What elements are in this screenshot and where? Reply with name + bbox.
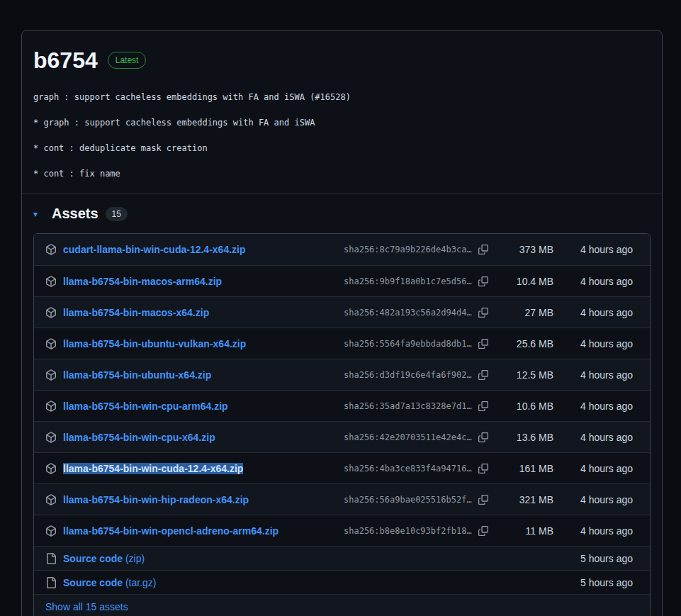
copy-hash-button[interactable] bbox=[478, 495, 488, 505]
copy-icon bbox=[478, 464, 488, 474]
asset-size: 25.6 MB bbox=[490, 338, 553, 349]
latest-badge: Latest bbox=[108, 52, 147, 69]
package-icon bbox=[45, 276, 57, 287]
asset-download-link[interactable]: llama-b6754-bin-win-cuda-12.4-x64.zip bbox=[63, 463, 243, 474]
copy-hash-button[interactable] bbox=[478, 276, 488, 286]
copy-icon bbox=[478, 370, 488, 380]
section-divider bbox=[22, 194, 662, 194]
package-icon bbox=[45, 338, 57, 349]
asset-size: 13.6 MB bbox=[490, 432, 553, 443]
asset-sha256-hash: sha256:8c79a9b226de4b3ca… bbox=[344, 245, 472, 254]
package-icon bbox=[45, 463, 57, 474]
release-notes: graph : support cacheless embeddings wit… bbox=[33, 91, 651, 180]
asset-row: llama-b6754-bin-ubuntu-x64.zip sha256:d3… bbox=[34, 359, 650, 390]
copy-hash-button[interactable] bbox=[478, 339, 488, 349]
copy-icon bbox=[478, 432, 488, 442]
asset-download-link[interactable]: llama-b6754-bin-macos-arm64.zip bbox=[63, 276, 222, 287]
source-code-label: Source code bbox=[63, 553, 123, 564]
assets-section-toggle[interactable]: ▾ Assets 15 bbox=[33, 206, 651, 222]
asset-sha256-hash: sha256:d3df19c6e4fa6f902… bbox=[344, 370, 472, 380]
asset-sha256-hash: sha256:42e20703511e42e4c… bbox=[344, 432, 472, 442]
asset-sha256-hash: sha256:9b9f18a0b1c7e5d56… bbox=[344, 276, 472, 286]
release-note-line: * graph : support cacheless embeddings w… bbox=[33, 117, 651, 129]
asset-row: llama-b6754-bin-win-hip-radeon-x64.zip s… bbox=[34, 483, 650, 515]
asset-size: 27 MB bbox=[490, 307, 553, 318]
release-title: b6754 bbox=[33, 47, 98, 73]
show-all-assets-link[interactable]: Show all 15 assets bbox=[45, 601, 355, 612]
asset-row: llama-b6754-bin-win-cpu-x64.zip sha256:4… bbox=[34, 421, 650, 452]
package-icon bbox=[45, 307, 57, 318]
package-icon bbox=[45, 401, 57, 412]
package-icon bbox=[45, 494, 57, 505]
source-code-row: Source code (zip) 5 hours ago bbox=[34, 546, 650, 570]
asset-timestamp: 4 hours ago bbox=[553, 432, 650, 443]
asset-size: 10.6 MB bbox=[490, 401, 553, 412]
asset-timestamp: 4 hours ago bbox=[553, 525, 650, 537]
asset-download-link[interactable]: llama-b6754-bin-win-cpu-arm64.zip bbox=[63, 401, 228, 412]
asset-row: llama-b6754-bin-macos-x64.zip sha256:482… bbox=[34, 296, 650, 327]
asset-row: llama-b6754-bin-win-cuda-12.4-x64.zip sh… bbox=[34, 452, 650, 483]
copy-icon bbox=[478, 401, 488, 411]
release-note-line: graph : support cacheless embeddings wit… bbox=[33, 91, 651, 103]
copy-icon bbox=[478, 495, 488, 505]
copy-hash-button[interactable] bbox=[478, 370, 488, 380]
package-icon bbox=[45, 369, 57, 381]
package-icon bbox=[45, 525, 57, 537]
asset-sha256-hash: sha256:5564fa9ebbdad8db1… bbox=[344, 339, 472, 349]
copy-hash-button[interactable] bbox=[478, 526, 488, 536]
package-icon bbox=[45, 432, 57, 443]
copy-icon bbox=[478, 526, 488, 536]
asset-sha256-hash: sha256:35ad7a13c8328e7d1… bbox=[344, 401, 472, 411]
release-note-line: * cont : fix name bbox=[33, 168, 651, 180]
asset-sha256-hash: sha256:4ba3ce833f4a94716… bbox=[344, 464, 472, 474]
asset-timestamp: 4 hours ago bbox=[553, 244, 650, 255]
show-all-row: Show all 15 assets bbox=[34, 594, 650, 616]
github-release-page: b6754 Latest graph : support cacheless e… bbox=[0, 30, 681, 616]
asset-download-link[interactable]: llama-b6754-bin-ubuntu-x64.zip bbox=[63, 369, 211, 381]
asset-sha256-hash: sha256:b8e8e10c93bf2fb18… bbox=[344, 526, 472, 536]
asset-download-link[interactable]: llama-b6754-bin-win-hip-radeon-x64.zip bbox=[63, 494, 249, 505]
asset-size: 373 MB bbox=[490, 244, 553, 255]
source-code-format: (tar.gz) bbox=[125, 577, 157, 588]
source-code-link[interactable]: Source code (zip) bbox=[63, 553, 145, 564]
asset-size: 11 MB bbox=[490, 525, 553, 537]
asset-download-link[interactable]: llama-b6754-bin-win-cpu-x64.zip bbox=[63, 432, 215, 443]
copy-hash-button[interactable] bbox=[478, 308, 488, 318]
asset-timestamp: 4 hours ago bbox=[553, 369, 650, 381]
asset-download-link[interactable]: llama-b6754-bin-ubuntu-vulkan-x64.zip bbox=[63, 338, 246, 349]
package-icon bbox=[45, 244, 57, 255]
asset-download-link[interactable]: llama-b6754-bin-macos-x64.zip bbox=[63, 307, 209, 318]
source-code-label: Source code bbox=[63, 577, 123, 588]
asset-row: llama-b6754-bin-win-cpu-arm64.zip sha256… bbox=[34, 390, 650, 421]
copy-icon bbox=[478, 245, 488, 254]
chevron-down-icon: ▾ bbox=[33, 209, 45, 219]
copy-hash-button[interactable] bbox=[478, 432, 488, 442]
copy-hash-button[interactable] bbox=[478, 401, 488, 411]
assets-table: cudart-llama-bin-win-cuda-12.4-x64.zip s… bbox=[33, 233, 651, 616]
asset-row: llama-b6754-bin-win-opencl-adreno-arm64.… bbox=[34, 515, 650, 546]
copy-hash-button[interactable] bbox=[478, 245, 488, 254]
source-code-row: Source code (tar.gz) 5 hours ago bbox=[34, 570, 650, 594]
asset-size: 161 MB bbox=[490, 463, 553, 474]
asset-row: llama-b6754-bin-macos-arm64.zip sha256:9… bbox=[34, 265, 650, 296]
asset-timestamp: 5 hours ago bbox=[553, 553, 650, 564]
copy-icon bbox=[478, 339, 488, 349]
asset-size: 12.5 MB bbox=[490, 369, 553, 381]
asset-timestamp: 4 hours ago bbox=[553, 463, 650, 474]
source-code-format: (zip) bbox=[125, 553, 145, 564]
asset-timestamp: 4 hours ago bbox=[553, 401, 650, 412]
asset-sha256-hash: sha256:482a193c56a2d94d4… bbox=[344, 308, 472, 318]
asset-sha256-hash: sha256:56a9bae025516b52f… bbox=[344, 495, 472, 505]
copy-hash-button[interactable] bbox=[478, 464, 488, 474]
asset-timestamp: 4 hours ago bbox=[553, 338, 650, 349]
copy-icon bbox=[478, 308, 488, 318]
asset-row: cudart-llama-bin-win-cuda-12.4-x64.zip s… bbox=[34, 234, 650, 265]
file-zip-icon bbox=[45, 577, 57, 588]
asset-download-link[interactable]: cudart-llama-bin-win-cuda-12.4-x64.zip bbox=[63, 244, 246, 255]
asset-download-link[interactable]: llama-b6754-bin-win-opencl-adreno-arm64.… bbox=[63, 525, 278, 537]
source-code-link[interactable]: Source code (tar.gz) bbox=[63, 577, 157, 588]
asset-row: llama-b6754-bin-ubuntu-vulkan-x64.zip sh… bbox=[34, 327, 650, 359]
copy-icon bbox=[478, 276, 488, 286]
assets-count-badge: 15 bbox=[106, 207, 128, 221]
asset-size: 10.4 MB bbox=[490, 276, 553, 287]
